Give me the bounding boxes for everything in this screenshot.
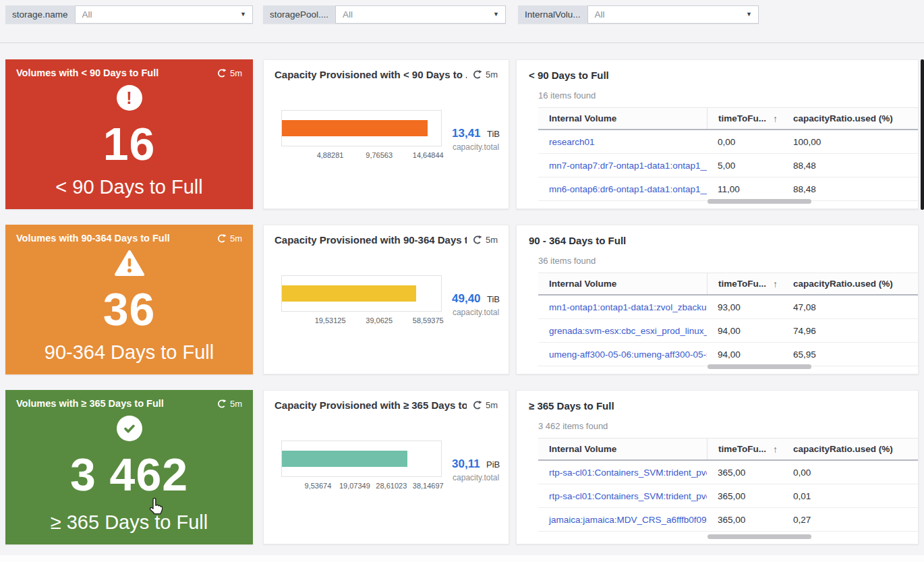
kpi-label: < 90 Days to Full: [55, 176, 202, 198]
time-to-full-value: 0,00: [707, 130, 782, 153]
sort-asc-icon: ↑: [773, 113, 778, 124]
axis-tick-label: 14,64844: [413, 151, 444, 159]
table-title: 90 - 364 Days to Full: [529, 235, 918, 246]
dashboard-row-gte365: Volumes with ≥ 365 Days to Full 5m 3 462…: [5, 390, 924, 544]
capacity-ratio-value: 65,95: [782, 343, 918, 366]
table-row: rtp-sa-cl01:Containers_SVM:trident_pvc_0…: [538, 484, 918, 508]
horizontal-scrollbar[interactable]: [708, 534, 811, 539]
items-found: 3 462 items found: [538, 421, 918, 431]
x-axis-ticks: 19,5312539,062558,59375: [281, 316, 442, 327]
column-header-time-to-full[interactable]: timeToFu... ↑: [707, 273, 782, 294]
x-axis-ticks: 9,5367419,0734928,6102338,14697: [281, 482, 442, 492]
table-title: < 90 Days to Full: [529, 69, 918, 81]
refresh-icon: [216, 399, 227, 409]
column-header-time-to-full[interactable]: timeToFu... ↑: [707, 439, 782, 459]
chart-title: Capacity Provisioned with < 90 Days to .…: [275, 69, 467, 80]
column-header-capacity-ratio[interactable]: capacityRatio.used (%): [782, 439, 918, 459]
internal-volume-link[interactable]: rtp-sa-cl01:Containers_SVM:trident_pvc_0…: [538, 484, 707, 507]
kpi-title: Volumes with 90-364 Days to Full: [16, 233, 170, 244]
column-header-capacity-ratio[interactable]: capacityRatio.used (%): [782, 273, 918, 294]
chart-value: 13,41: [452, 127, 481, 140]
kpi-card-gte365[interactable]: Volumes with ≥ 365 Days to Full 5m 3 462…: [5, 390, 253, 544]
chart-unit: TiB: [487, 129, 500, 139]
chart-value: 49,40: [452, 292, 481, 305]
internal-volume-link[interactable]: research01: [538, 130, 707, 153]
chart-value: 30,11: [452, 457, 480, 470]
refresh-control[interactable]: 5m: [216, 399, 242, 409]
refresh-icon: [472, 235, 482, 245]
refresh-control[interactable]: 5m: [472, 235, 498, 245]
column-header-internal-volume[interactable]: Internal Volume: [538, 439, 707, 459]
chart-unit: TiB: [487, 294, 500, 304]
filter-storage-pool-select[interactable]: All ▼: [335, 5, 506, 24]
table-row: jamaica:jamaica:MDV_CRS_a6fffb0f095c11e.…: [538, 508, 918, 532]
column-header-capacity-ratio[interactable]: capacityRatio.used (%): [782, 108, 918, 129]
internal-volume-link[interactable]: umeng-aff300-05-06:umeng-aff300-05-svm..…: [538, 343, 707, 366]
filter-label: storagePool....: [263, 5, 335, 24]
chart-metric: capacity.total: [452, 142, 500, 152]
refresh-interval: 5m: [230, 68, 242, 78]
chart-unit: PiB: [486, 459, 500, 470]
internal-volume-link[interactable]: mn6-ontap6:dr6-ontap1-data1:ontap1__ph..…: [538, 177, 707, 200]
refresh-control[interactable]: 5m: [216, 233, 242, 244]
table-row: grenada:svm-esx:cbc_esxi_prod_linux_ds_.…: [538, 319, 918, 343]
column-header-internal-volume[interactable]: Internal Volume: [538, 273, 707, 294]
next-section-edge: [0, 555, 924, 562]
capacity-ratio-value: 0,01: [782, 484, 918, 507]
axis-tick-label: 19,53125: [315, 316, 346, 325]
axis-tick-label: 9,76563: [366, 151, 393, 159]
kpi-count: 16: [103, 121, 156, 167]
chart-card-90-364: Capacity Provisioned with 90-364 Days t.…: [263, 225, 509, 374]
vertical-scrollbar[interactable]: [921, 59, 924, 210]
table-card-lt90: < 90 Days to Full 16 items found Interna…: [516, 59, 919, 209]
table-card-gte365: ≥ 365 Days to Full 3 462 items found Int…: [516, 390, 919, 544]
capacity-ratio-value: 74,96: [782, 319, 918, 342]
capacity-ratio-value: 47,08: [782, 296, 918, 318]
internal-volume-link[interactable]: mn1-ontap1:ontap1-data1:zvol_zbackup_s..…: [538, 296, 707, 318]
table-header: Internal Volume timeToFu... ↑ capacityRa…: [538, 438, 918, 461]
filter-internal-volume-select[interactable]: All ▼: [587, 5, 759, 24]
kpi-card-lt90[interactable]: Volumes with < 90 Days to Full 5m 16 < 9…: [5, 59, 253, 209]
capacity-ratio-value: 88,48: [782, 154, 918, 177]
capacity-dashboard: storage.name All ▼ storagePool.... All ▼…: [0, 0, 924, 562]
warning-triangle-icon: [115, 250, 144, 277]
filter-selected-value: All: [595, 9, 605, 20]
chart-card-gte365: Capacity Provisioned with ≥ 365 Days to.…: [263, 390, 509, 544]
capacity-bar: [282, 120, 428, 136]
filter-selected-value: All: [343, 9, 353, 20]
refresh-interval: 5m: [230, 399, 242, 409]
capacity-bar: [282, 451, 407, 467]
axis-tick-label: 38,14697: [413, 482, 444, 490]
chevron-down-icon: ▼: [240, 11, 246, 18]
refresh-control[interactable]: 5m: [216, 68, 242, 78]
time-to-full-value: 11,00: [707, 177, 782, 200]
column-header-time-to-full[interactable]: timeToFu... ↑: [707, 108, 782, 129]
internal-volume-link[interactable]: mn7-ontap7:dr7-ontap1-data1:ontap1__ph..…: [538, 154, 707, 177]
kpi-card-90-364[interactable]: Volumes with 90-364 Days to Full 5m 36 9…: [5, 225, 253, 374]
refresh-control[interactable]: 5m: [472, 400, 498, 410]
time-to-full-value: 365,00: [707, 508, 782, 531]
time-to-full-value: 93,00: [707, 296, 782, 318]
horizontal-scrollbar[interactable]: [708, 364, 811, 369]
internal-volume-link[interactable]: rtp-sa-cl01:Containers_SVM:trident_pvc_f…: [538, 461, 707, 484]
capacity-ratio-value: 100,00: [782, 130, 918, 153]
horizontal-scrollbar[interactable]: [708, 199, 811, 204]
internal-volume-link[interactable]: jamaica:jamaica:MDV_CRS_a6fffb0f095c11e.…: [538, 508, 707, 531]
x-axis-ticks: 4,882819,7656314,64844: [281, 151, 442, 161]
dashboard-row-lt90: Volumes with < 90 Days to Full 5m 16 < 9…: [5, 59, 924, 209]
column-header-internal-volume[interactable]: Internal Volume: [538, 108, 707, 129]
axis-tick-label: 39,0625: [366, 316, 393, 325]
filter-storage-name-select[interactable]: All ▼: [75, 5, 253, 24]
refresh-control[interactable]: 5m: [472, 69, 498, 80]
filter-label: storage.name: [5, 5, 75, 24]
table-header: Internal Volume timeToFu... ↑ capacityRa…: [538, 273, 918, 296]
sort-asc-icon: ↑: [773, 444, 778, 455]
time-to-full-value: 5,00: [707, 154, 782, 177]
time-to-full-value: 94,00: [707, 319, 782, 342]
refresh-icon: [472, 400, 482, 410]
chart-title: Capacity Provisioned with 90-364 Days t.…: [275, 234, 467, 246]
kpi-title: Volumes with < 90 Days to Full: [16, 67, 158, 78]
axis-tick-label: 58,59375: [413, 316, 444, 325]
internal-volume-link[interactable]: grenada:svm-esx:cbc_esxi_prod_linux_ds_.…: [538, 319, 707, 342]
capacity-ratio-value: 0,00: [782, 461, 918, 484]
